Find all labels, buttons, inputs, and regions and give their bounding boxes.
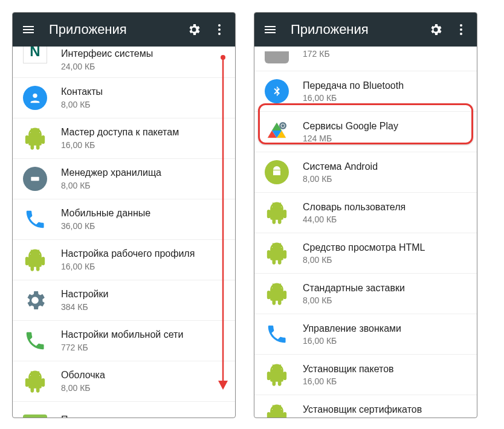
svg-point-8 [460,24,462,27]
app-name: Словарь пользователя [303,201,405,214]
android-icon [264,362,289,387]
svg-point-2 [218,33,221,35]
app-name: Оболочка [61,369,105,382]
more-icon[interactable] [212,22,227,37]
android-icon [264,240,289,266]
app-row[interactable]: Средство просмотра HTML8,00 КБ [254,233,477,273]
app-size: 8,00 КБ [303,255,425,265]
app-size: 172 КБ [303,49,330,59]
gray-icon [264,47,289,63]
app-size: 16,00 КБ [303,336,401,346]
app-row[interactable]: Менеджер хранилища8,00 КБ [13,158,235,199]
app-row[interactable]: Установщик пакетов16,00 КБ [254,354,477,395]
android-icon [264,200,289,225]
app-size: 24,00 КБ [61,62,153,71]
app-row[interactable]: Система Android8,00 КБ [254,152,477,192]
app-name: Память календаря [61,414,145,418]
app-name: Установщик пакетов [303,363,394,376]
app-name: Мастер доступа к пакетам [61,126,179,139]
app-name: Настройки мобильной сети [61,329,183,341]
app-size: 44,00 КБ [303,214,405,224]
phone-blue-icon [264,321,289,347]
android-icon [22,126,48,151]
app-row[interactable]: Управление звонками16,00 КБ [254,314,477,354]
app-name: Контакты [61,86,103,98]
app-list-right[interactable]: 172 КБПередача по Bluetooth16,00 КБСерви… [254,47,477,418]
settings-icon [22,288,48,313]
app-size: 8,00 КБ [61,383,105,393]
svg-rect-4 [31,176,39,181]
svg-point-16 [279,122,286,129]
android-icon [264,402,289,418]
app-size: 8,00 КБ [61,181,161,190]
toolbar: Приложения [13,13,235,47]
app-size: 16,00 КБ [61,262,195,271]
gear-icon[interactable] [428,22,443,37]
app-name: Мобильные данные [61,207,150,220]
android-icon [264,281,289,306]
android-icon [22,247,48,273]
app-size: 384 КБ [61,302,108,312]
app-size: 36,00 КБ [61,221,150,231]
storage-icon [22,166,48,192]
app-size: 16,00 КБ [61,140,179,150]
contacts-icon [22,85,48,111]
phone-right: Приложения 172 КБПередача по Bluetooth16… [254,12,477,418]
app-row[interactable]: 172 КБ [254,47,477,71]
app-name: Передача по Bluetooth [303,80,404,92]
app-row[interactable]: Словарь пользователя44,00 КБ [254,192,477,233]
app-name: Система Android [303,161,378,173]
app-row[interactable]: NИнтерфеис системы24,00 КБ [13,47,235,77]
svg-point-0 [218,24,221,27]
app-size: 772 КБ [61,343,183,352]
app-row[interactable]: Память календаря [13,401,235,418]
svg-point-1 [218,28,221,31]
app-row[interactable]: Контакты8,00 КБ [13,77,235,118]
app-name: Средство просмотра HTML [303,242,425,254]
svg-point-10 [460,33,462,35]
android-icon [22,369,48,394]
android-circle-icon [264,160,289,185]
app-size: 16,00 КБ [303,93,404,103]
app-list-left[interactable]: NИнтерфеис системы24,00 КБКонтакты8,00 К… [13,47,235,418]
toolbar-title: Приложения [291,22,428,37]
letter-n-icon: N [22,47,48,63]
svg-point-3 [33,93,37,97]
app-row[interactable]: Передача по Bluetooth16,00 КБ [254,71,477,111]
app-row[interactable]: Сервисы Google Play124 МБ [254,111,477,152]
app-size: 16,00 КБ [303,376,394,386]
app-name: Управление звонками [303,323,401,335]
app-name: Настройки [61,288,108,301]
app-name: Настройка рабочего профиля [61,248,195,260]
app-row[interactable]: Настройки мобильной сети772 КБ [13,320,235,361]
phone-green-icon [22,328,48,353]
phone-left: Приложения NИнтерфеис системы24,00 КБКон… [12,12,236,418]
app-row[interactable]: Мобильные данные36,00 КБ [13,199,235,239]
app-size: 8,00 КБ [303,295,405,305]
gear-icon[interactable] [187,22,201,37]
app-row[interactable]: Мастер доступа к пакетам16,00 КБ [13,118,235,158]
app-name: Стандартные заставки [303,282,405,295]
more-icon[interactable] [454,22,468,37]
play-services-icon [264,119,289,144]
app-size: 8,00 КБ [303,174,378,184]
app-size: 8,00 КБ [303,417,422,418]
app-row[interactable]: Установщик сертификатов8,00 КБ [254,395,477,418]
bluetooth-icon [264,79,289,104]
svg-point-9 [460,28,462,31]
phone-blue-icon [22,207,48,232]
app-row[interactable]: Настройки384 КБ [13,280,235,320]
app-size: 124 МБ [303,134,398,143]
menu-icon[interactable] [21,22,36,37]
app-row[interactable]: Настройка рабочего профиля16,00 КБ [13,239,235,280]
toolbar: Приложения [254,13,477,47]
app-row[interactable]: Стандартные заставки8,00 КБ [254,273,477,314]
calendar-icon [22,408,48,418]
app-row[interactable]: Оболочка8,00 КБ [13,361,235,401]
app-name: Установщик сертификатов [303,404,422,416]
app-size: 8,00 КБ [61,100,103,109]
app-name: Интерфеис системы [61,48,153,60]
menu-icon[interactable] [263,22,277,37]
app-name: Менеджер хранилища [61,167,161,179]
app-name: Сервисы Google Play [303,120,398,133]
